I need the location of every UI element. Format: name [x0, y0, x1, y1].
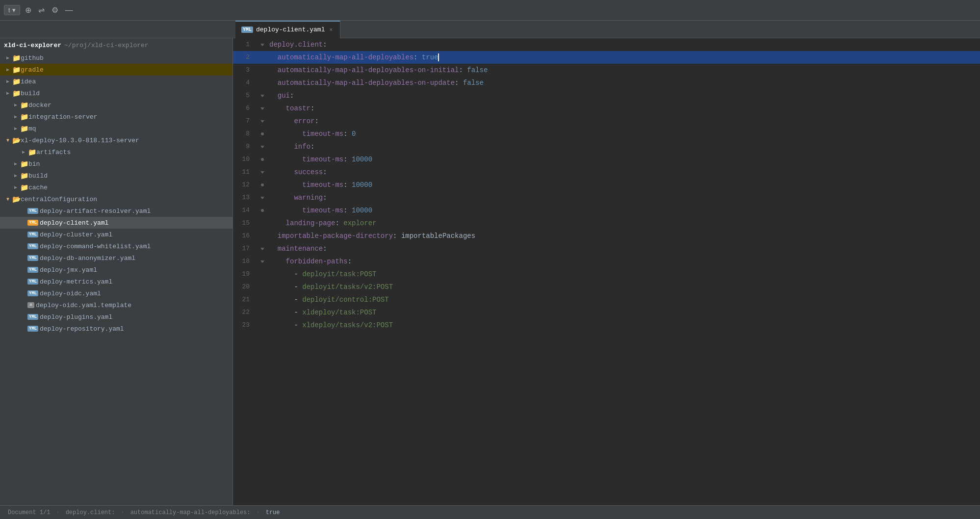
code-line-2[interactable]: 2 automatically-map-all-deployables: tru… [233, 51, 980, 64]
code-line-6[interactable]: 6 toastr: [233, 102, 980, 115]
sidebar-item-deploy-jmx[interactable]: YML deploy-jmx.yaml [0, 264, 232, 276]
sidebar-item-cache[interactable]: ▶ 📁 cache [0, 182, 232, 193]
code-line-19[interactable]: 19 - deployit/task:POST [233, 268, 980, 281]
line-number-4: 4 [233, 77, 258, 89]
line-number-16: 16 [233, 230, 258, 242]
fold-gutter-1 [258, 38, 267, 51]
sidebar-item-github[interactable]: ▶ 📁 github [0, 52, 232, 64]
main-layout: xld-ci-explorer ~/proj/xld-ci-explorer ▶… [0, 38, 980, 505]
editor-content: 1 deploy.client: 2 automatically-map-all… [233, 38, 980, 505]
line-number-5: 5 [233, 89, 258, 102]
sidebar-item-bin[interactable]: ▶ 📁 bin [0, 158, 232, 170]
tab-close-button[interactable]: × [328, 26, 334, 33]
line-number-8: 8 [233, 128, 258, 140]
sidebar-item-deploy-oidc-template[interactable]: ≡ deploy-oidc.yaml.template [0, 299, 232, 311]
fold-gutter-14 [258, 204, 267, 217]
code-line-10[interactable]: 10 timeout-ms: 10000 [233, 153, 980, 166]
sidebar-label-github: github [21, 54, 44, 62]
code-line-9[interactable]: 9 info: [233, 140, 980, 153]
expand-arrow-bin: ▶ [12, 161, 20, 167]
sidebar-label-idea: idea [21, 78, 36, 85]
yaml-badge-metrics: YML [27, 279, 38, 285]
split-button[interactable]: ⇌ [36, 3, 47, 17]
fold-gutter-10 [258, 153, 267, 166]
fold-gutter-22 [258, 306, 267, 319]
yaml-badge-whitelist: YML [27, 243, 38, 249]
sidebar-item-integration-server[interactable]: ▶ 📁 integration-server [0, 111, 232, 123]
sidebar-item-artifacts[interactable]: ▶ 📁 artifacts [0, 146, 232, 158]
sidebar-label-deploy-repository: deploy-repository.yaml [40, 325, 124, 333]
sidebar-item-mq[interactable]: ▶ 📁 mq [0, 123, 232, 134]
code-line-21[interactable]: 21 - deployit/control:POST [233, 293, 980, 306]
sidebar-item-gradle[interactable]: ▶ 📁 gradle [0, 64, 232, 76]
sidebar-item-deploy-repository[interactable]: YML deploy-repository.yaml [0, 323, 232, 335]
sidebar-label-xl-deploy-server: xl-deploy-10.3.0-818.113-server [21, 137, 139, 144]
code-line-16[interactable]: 16 importable-package-directory: importa… [233, 230, 980, 242]
sidebar-item-central-configuration[interactable]: ▼ 📂 centralConfiguration [0, 193, 232, 205]
yaml-badge-plugins: YML [27, 314, 38, 320]
code-text-11: success: [267, 166, 980, 179]
code-text-6: toastr: [267, 102, 980, 115]
fold-gutter-7 [258, 115, 267, 128]
code-line-14[interactable]: 14 timeout-ms: 10000 [233, 204, 980, 217]
code-line-18[interactable]: 18 forbidden-paths: [233, 255, 980, 268]
fold-gutter-2 [258, 51, 267, 64]
project-dropdown-button[interactable]: t ▾ [4, 5, 20, 15]
code-line-20[interactable]: 20 - deployit/tasks/v2:POST [233, 281, 980, 293]
fold-gutter-21 [258, 293, 267, 306]
code-line-22[interactable]: 22 - xldeploy/task:POST [233, 306, 980, 319]
sidebar-label-deploy-client: deploy-client.yaml [40, 219, 108, 227]
sidebar-item-xl-deploy-server[interactable]: ▼ 📂 xl-deploy-10.3.0-818.113-server [0, 134, 232, 146]
editor[interactable]: 1 deploy.client: 2 automatically-map-all… [233, 38, 980, 505]
sidebar-item-deploy-artifact-resolver[interactable]: YML deploy-artifact-resolver.yaml [0, 205, 232, 217]
fold-gutter-11 [258, 166, 267, 179]
code-line-13[interactable]: 13 warning: [233, 191, 980, 204]
sidebar-item-deploy-client[interactable]: YML deploy-client.yaml [0, 217, 232, 229]
folder-icon-cache: 📁 [20, 183, 28, 192]
code-line-23[interactable]: 23 - xldeploy/tasks/v2:POST [233, 319, 980, 332]
sidebar-item-deploy-metrics[interactable]: YML deploy-metrics.yaml [0, 276, 232, 287]
code-line-7[interactable]: 7 error: [233, 115, 980, 128]
tab-bar: YML deploy-client.yaml × [0, 21, 980, 38]
fold-gutter-13 [258, 191, 267, 204]
code-line-15[interactable]: 15 landing-page: explorer [233, 217, 980, 230]
code-line-1[interactable]: 1 deploy.client: [233, 38, 980, 51]
expand-arrow-github: ▶ [4, 55, 12, 61]
minimize-button[interactable]: — [63, 4, 75, 17]
sidebar-item-deploy-db-anonymizer[interactable]: YML deploy-db-anonymizer.yaml [0, 252, 232, 264]
code-line-4[interactable]: 4 automatically-map-all-deployables-on-u… [233, 77, 980, 89]
sidebar-item-build2[interactable]: ▶ 📁 build [0, 170, 232, 182]
code-line-3[interactable]: 3 automatically-map-all-deployables-on-i… [233, 64, 980, 77]
fold-gutter-18 [258, 255, 267, 268]
code-text-1: deploy.client: [267, 38, 980, 51]
code-line-5[interactable]: 5 gui: [233, 89, 980, 102]
code-text-3: automatically-map-all-deployables-on-ini… [267, 64, 980, 77]
code-text-2: automatically-map-all-deployables: true [267, 51, 980, 64]
sidebar-item-deploy-plugins[interactable]: YML deploy-plugins.yaml [0, 311, 232, 323]
code-line-12[interactable]: 12 timeout-ms: 10000 [233, 179, 980, 191]
line-number-13: 13 [233, 191, 258, 204]
breadcrumb-1: deploy.client: [66, 509, 115, 516]
tab-deploy-client[interactable]: YML deploy-client.yaml × [235, 21, 340, 38]
sidebar-item-idea[interactable]: ▶ 📁 idea [0, 76, 232, 87]
line-number-17: 17 [233, 242, 258, 255]
folder-icon-artifacts: 📁 [27, 148, 36, 156]
sidebar-item-docker[interactable]: ▶ 📁 docker [0, 99, 232, 111]
code-line-11[interactable]: 11 success: [233, 166, 980, 179]
sidebar-label-artifacts: artifacts [36, 149, 71, 156]
sidebar-label-deploy-db-anonymizer: deploy-db-anonymizer.yaml [40, 255, 135, 262]
code-text-16: importable-package-directory: importable… [267, 230, 980, 242]
expand-arrow-xl-deploy-server: ▼ [4, 138, 12, 143]
line-number-19: 19 [233, 268, 258, 281]
code-line-17[interactable]: 17 maintenance: [233, 242, 980, 255]
fold-gutter-3 [258, 64, 267, 77]
project-btn-label: t [8, 6, 10, 14]
code-line-8[interactable]: 8 timeout-ms: 0 [233, 128, 980, 140]
settings-button[interactable]: ⚙ [50, 3, 60, 17]
sidebar-item-deploy-oidc[interactable]: YML deploy-oidc.yaml [0, 287, 232, 299]
fold-gutter-9 [258, 140, 267, 153]
sidebar-item-deploy-command-whitelist[interactable]: YML deploy-command-whitelist.yaml [0, 240, 232, 252]
new-window-button[interactable]: ⊕ [23, 3, 33, 17]
sidebar-item-deploy-cluster[interactable]: YML deploy-cluster.yaml [0, 229, 232, 240]
sidebar-item-build-root[interactable]: ▶ 📁 build [0, 87, 232, 99]
